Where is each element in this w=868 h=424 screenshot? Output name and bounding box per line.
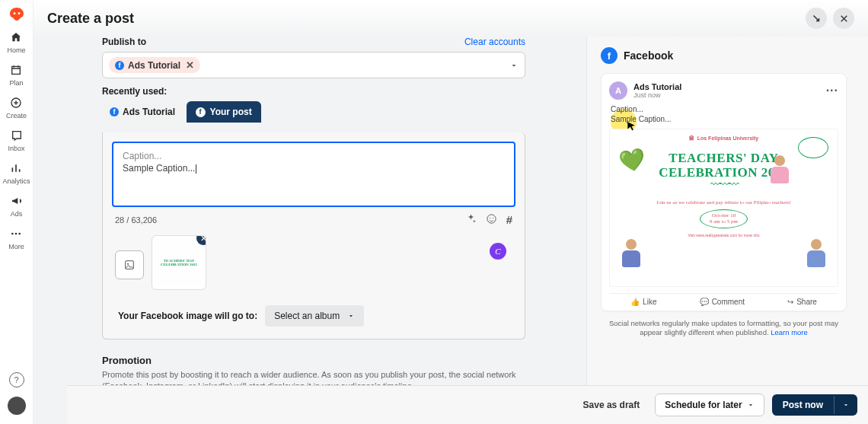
preview-more-icon[interactable]: ··· bbox=[826, 84, 838, 97]
calendar-icon bbox=[9, 63, 23, 77]
your-post-tab-label: Your post bbox=[210, 107, 252, 117]
svg-point-6 bbox=[492, 218, 493, 218]
svg-point-4 bbox=[487, 215, 496, 223]
nav-plan[interactable]: Plan bbox=[9, 63, 23, 87]
minimize-button[interactable] bbox=[806, 8, 827, 29]
facebook-icon: f bbox=[196, 107, 206, 117]
publish-select[interactable]: f Ads Tutorial ✕ bbox=[102, 52, 525, 78]
facebook-icon: f bbox=[110, 107, 119, 116]
hashtag-icon[interactable]: # bbox=[506, 213, 512, 226]
editor-card: Caption... Sample Caption... 28 / 63,206… bbox=[102, 132, 525, 340]
nav-analytics[interactable]: Analytics bbox=[2, 161, 30, 185]
more-icon bbox=[9, 227, 23, 241]
nav-create[interactable]: Create bbox=[6, 96, 27, 120]
post-now-dropdown[interactable] bbox=[834, 396, 857, 414]
post-now-button[interactable]: Post now bbox=[772, 394, 834, 416]
clear-accounts-link[interactable]: Clear accounts bbox=[464, 37, 525, 47]
emoji-icon[interactable] bbox=[486, 213, 497, 226]
nav-more-label: More bbox=[8, 243, 24, 250]
nav-analytics-label: Analytics bbox=[2, 177, 30, 185]
recently-used-label: Recently used: bbox=[102, 86, 525, 97]
help-icon[interactable]: ? bbox=[9, 372, 24, 387]
preview-card: A Ads Tutorial Just now ··· Caption... S… bbox=[601, 73, 847, 311]
user-avatar[interactable] bbox=[8, 397, 26, 415]
preview-caption-line1: Caption... bbox=[611, 104, 837, 114]
like-button[interactable]: 👍Like bbox=[630, 298, 656, 306]
nav-home[interactable]: Home bbox=[7, 30, 25, 54]
flyer-sub2: Visit www.reallygreatsite.com for more i… bbox=[617, 233, 830, 238]
header: Create a post bbox=[34, 0, 868, 37]
plus-circle-icon bbox=[9, 96, 23, 110]
chip-remove-icon[interactable]: ✕ bbox=[186, 59, 194, 71]
preview-column: f Facebook A Ads Tutorial Just now ··· C… bbox=[586, 37, 868, 424]
media-thumbnail[interactable]: TEACHERS' DAYCELEBRATION 2025 ✕ bbox=[152, 235, 206, 290]
caption-textarea[interactable]: Caption... Sample Caption... bbox=[112, 142, 515, 207]
account-chip[interactable]: f Ads Tutorial ✕ bbox=[109, 57, 200, 73]
preview-network-label: Facebook bbox=[624, 49, 673, 62]
album-select[interactable]: Select an album bbox=[265, 305, 364, 327]
char-count: 28 / 63,206 bbox=[115, 215, 157, 225]
ai-sparkle-icon[interactable] bbox=[465, 213, 477, 226]
person-illustration bbox=[766, 155, 793, 193]
comment-icon: 💬 bbox=[700, 298, 709, 306]
compose-column: Publish to Clear accounts f Ads Tutorial… bbox=[34, 37, 586, 424]
building-icon: 🏛 bbox=[689, 135, 694, 141]
chevron-down-icon bbox=[347, 312, 355, 320]
promotion-title: Promotion bbox=[102, 355, 525, 366]
page-title: Create a post bbox=[47, 11, 134, 27]
account-chip-label: Ads Tutorial bbox=[128, 60, 180, 71]
flyer-date2: 9 am to 5 pm bbox=[710, 218, 738, 225]
svg-point-8 bbox=[127, 263, 129, 265]
preview-avatar: A bbox=[609, 81, 627, 100]
preview-image: 🏛Los Felipinas University 💚 TEACHERS' DA… bbox=[609, 129, 838, 287]
share-icon: ↪ bbox=[787, 298, 793, 306]
hootsuite-logo[interactable] bbox=[8, 6, 26, 24]
disclaimer-text: Social networks regularly make updates t… bbox=[601, 319, 847, 338]
flyer-uni: Los Felipinas University bbox=[697, 135, 759, 141]
publish-label: Publish to bbox=[102, 37, 146, 47]
person-illustration bbox=[617, 239, 645, 277]
svg-point-5 bbox=[490, 218, 490, 218]
megaphone-icon bbox=[10, 194, 24, 208]
nav-ads[interactable]: Ads bbox=[10, 194, 24, 218]
nav-create-label: Create bbox=[6, 112, 27, 120]
thumbs-up-icon: 👍 bbox=[630, 298, 640, 306]
nav-plan-label: Plan bbox=[9, 79, 23, 87]
flyer-title1: TEACHERS' DAY bbox=[669, 151, 778, 165]
schedule-button[interactable]: Schedule for later bbox=[655, 394, 764, 416]
cloud-icon bbox=[798, 137, 828, 158]
nav-home-label: Home bbox=[7, 46, 25, 54]
album-select-value: Select an album bbox=[274, 311, 340, 321]
caption-line2: Sample Caption... bbox=[123, 163, 195, 174]
close-button[interactable] bbox=[833, 8, 854, 29]
canva-button[interactable]: C bbox=[490, 243, 506, 260]
flyer-date1: October 10 bbox=[710, 212, 738, 218]
svg-point-2 bbox=[15, 233, 18, 235]
recent-account-chip[interactable]: f Ads Tutorial bbox=[102, 104, 183, 120]
share-button[interactable]: ↪Share bbox=[787, 298, 817, 306]
sidebar: Home Plan Create Inbox Analytics Ads Mor… bbox=[0, 0, 34, 424]
chevron-down-icon bbox=[842, 401, 850, 409]
facebook-icon: f bbox=[601, 47, 617, 64]
facebook-icon: f bbox=[115, 61, 124, 70]
learn-more-link[interactable]: Learn more bbox=[771, 328, 808, 336]
svg-point-3 bbox=[19, 233, 21, 235]
preview-page-name: Ads Tutorial bbox=[633, 82, 681, 91]
heart-icon: 💚 bbox=[617, 145, 647, 175]
comment-button[interactable]: 💬Comment bbox=[700, 298, 745, 306]
nav-more[interactable]: More bbox=[8, 227, 24, 250]
chevron-down-icon[interactable] bbox=[509, 61, 519, 70]
svg-point-1 bbox=[11, 233, 14, 235]
nav-inbox-label: Inbox bbox=[8, 145, 24, 152]
caption-line1: Caption... bbox=[123, 151, 505, 161]
flyer-sub1: Join us as we celebrate and pay tribute … bbox=[617, 199, 830, 206]
inbox-icon bbox=[10, 129, 24, 142]
footer: Save as draft Schedule for later Post no… bbox=[67, 385, 868, 424]
your-post-tab[interactable]: f Your post bbox=[187, 101, 261, 123]
person-illustration bbox=[803, 239, 830, 277]
album-label: Your Facebook image will go to: bbox=[118, 311, 257, 321]
nav-inbox[interactable]: Inbox bbox=[8, 129, 24, 152]
recent-chip-label: Ads Tutorial bbox=[123, 107, 175, 117]
save-draft-button[interactable]: Save as draft bbox=[576, 394, 648, 416]
add-media-button[interactable] bbox=[115, 250, 144, 279]
